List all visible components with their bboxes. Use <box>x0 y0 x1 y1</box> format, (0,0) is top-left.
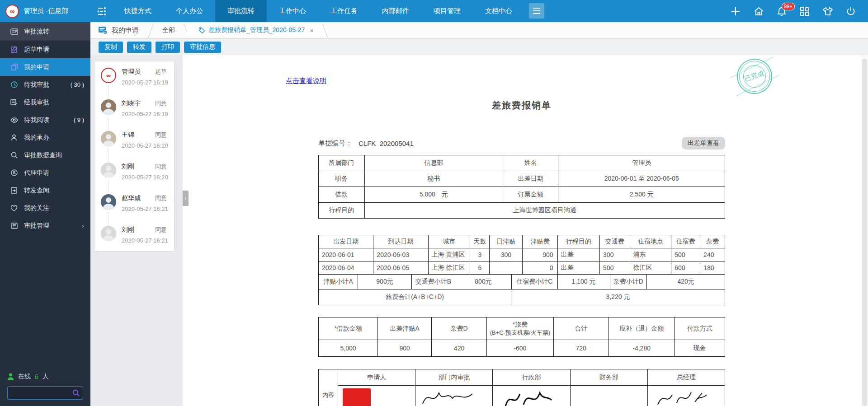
sign-cell-gm <box>647 386 725 406</box>
nav-work-tasks[interactable]: 工作任务 <box>318 0 370 22</box>
info-label: 订票金额 <box>503 187 558 203</box>
timeline-entry[interactable]: ∞ 管理员 起草 2020-05-27 16:19 <box>94 68 174 99</box>
pending-reading-count: ( 9 ) <box>74 117 84 123</box>
signature-scribble <box>419 387 478 406</box>
approved-doc-icon <box>10 99 18 106</box>
trip-cell: 浦东 <box>630 248 671 261</box>
apps-grid-icon[interactable] <box>799 6 810 17</box>
approver-name: 刘刚 <box>122 226 134 234</box>
trip-cell: 300 <box>600 248 630 261</box>
sidebar-item-approval-data-query[interactable]: 审批数据查询 <box>0 146 90 164</box>
approval-time: 2020-05-27 16:19 <box>122 79 170 86</box>
nav-internal-mail[interactable]: 内部邮件 <box>370 0 421 22</box>
sidebar-item-approval-management[interactable]: 审批管理 › <box>0 217 90 234</box>
trip-header: 天数 <box>470 235 490 248</box>
trip-cell: 2020-06-04 <box>319 261 373 275</box>
timeline-connector <box>108 117 108 132</box>
trip-cell: 500 <box>600 261 630 275</box>
timeline-connector <box>108 149 108 163</box>
subtotal-value: 420元 <box>647 275 725 289</box>
home-icon[interactable] <box>753 6 764 17</box>
power-logout-icon[interactable] <box>845 6 856 17</box>
trip-header: 行程目的 <box>557 235 599 248</box>
sidebar-item-approved-by-me[interactable]: 经我审批 <box>0 93 90 111</box>
timeline-entry[interactable]: 刘刚 同意 2020-05-27 16:21 <box>94 226 174 247</box>
avatar <box>101 99 116 115</box>
trip-cell <box>490 261 523 275</box>
view-trip-order-button[interactable]: 出差单查看 <box>682 137 725 149</box>
summary-header: 出差津贴A <box>378 317 432 340</box>
sign-cell-finance <box>570 386 647 406</box>
nav-work-center[interactable]: 工作中心 <box>267 0 318 22</box>
sidebar-item-proxy-application[interactable]: 代理申请 <box>0 164 90 182</box>
tab-all[interactable]: 全部 <box>151 22 187 38</box>
topbar-actions: 99+ <box>730 0 868 22</box>
nav-shortcuts[interactable]: 快捷方式 <box>112 0 164 22</box>
approval-action: 同意 <box>155 131 167 139</box>
info-label: 行程目的 <box>319 203 365 219</box>
info-value: 2,500 元 <box>558 187 725 203</box>
print-button[interactable]: 打印 <box>156 42 180 53</box>
panel-title-text: 我的申请 <box>112 26 139 35</box>
draft-pen-icon <box>10 46 18 53</box>
online-unit: 人 <box>42 373 49 381</box>
timeline-entry[interactable]: 赵华威 同意 2020-05-27 16:21 <box>94 194 174 226</box>
timeline-entry[interactable]: 刘晓宇 同意 2020-05-27 16:19 <box>94 99 174 131</box>
menu-collapse-icon[interactable] <box>90 0 112 22</box>
signature-table: 内容 申请人 部门内审批 行政部 财务部 总经理 <box>318 369 725 406</box>
tab-expense-doc[interactable]: 差旅费报销单_管理员_2020-05-27 × <box>187 22 326 38</box>
sidebar-item-forward-review[interactable]: 转发查阅 <box>0 182 90 199</box>
sidebar-search-input[interactable] <box>7 386 83 400</box>
scrollbar-thumb[interactable] <box>862 59 867 406</box>
sign-header: 部门内审批 <box>415 369 493 386</box>
approval-action: 同意 <box>155 163 167 171</box>
search-icon[interactable] <box>72 389 80 397</box>
copy-button[interactable]: 复制 <box>99 42 123 53</box>
theme-skin-icon[interactable] <box>822 6 833 17</box>
sidebar-item-label: 待我审批 <box>24 81 49 89</box>
sidebar-item-my-follows[interactable]: 我的关注 <box>0 199 90 217</box>
sidebar-item-my-undertaking[interactable]: 我的承办 <box>0 129 90 146</box>
notifications-icon[interactable]: 99+ <box>776 6 787 17</box>
more-menus-button[interactable] <box>529 3 544 19</box>
nav-approval-flow[interactable]: 审批流转 <box>215 0 267 22</box>
timeline-connector <box>108 181 108 195</box>
add-icon[interactable] <box>730 6 741 17</box>
summary-header: *借款金额 <box>319 317 378 340</box>
close-tab-icon[interactable]: × <box>310 27 314 34</box>
total-label: 旅费合计(A+B+C+D) <box>319 289 511 305</box>
timeline-entry[interactable]: 刘刚 同意 2020-05-27 16:20 <box>94 163 174 194</box>
approval-info-button[interactable]: 审批信息 <box>184 42 221 53</box>
sidebar-item-my-applications[interactable]: 我的申请 <box>0 58 90 76</box>
sign-header: 总经理 <box>647 369 725 386</box>
total-value: 3,220 元 <box>511 289 725 305</box>
summary-value: 现金 <box>675 340 725 357</box>
nav-project-mgmt[interactable]: 项目管理 <box>421 0 473 22</box>
timeline-entry[interactable]: 王锦 同意 2020-05-27 16:20 <box>94 131 174 163</box>
tab-label: 全部 <box>162 26 175 34</box>
sign-side-label: 内容 <box>319 369 338 406</box>
content-region: ∞ 管理员 起草 2020-05-27 16:19 <box>90 55 868 406</box>
sidebar-item-draft-application[interactable]: 起草申请 <box>0 41 90 58</box>
trip-header: 交通费 <box>600 235 630 248</box>
pending-approval-count: ( 30 ) <box>71 81 84 88</box>
current-user: 管理员 -信息部 <box>24 7 68 15</box>
trip-cell: 2020-06-01 <box>319 248 373 261</box>
sidebar-item-label: 审批流转 <box>24 28 49 36</box>
info-value: 管理员 <box>558 155 725 171</box>
approver-name: 王锦 <box>122 131 134 139</box>
nav-personal-office[interactable]: 个人办公 <box>164 0 215 22</box>
sidebar-item-pending-my-reading[interactable]: 待我阅读 ( 9 ) <box>0 111 90 129</box>
sidebar-item-pending-my-approval[interactable]: 待我审批 ( 30 ) <box>0 76 90 93</box>
sidebar-module-approval-flow[interactable]: 审批流转 <box>0 22 90 41</box>
info-label: 出差日期 <box>503 171 558 187</box>
avatar <box>101 163 116 178</box>
vertical-scrollbar[interactable] <box>861 55 868 406</box>
forward-button[interactable]: 转发 <box>127 42 151 53</box>
collapse-panel-handle[interactable]: ‹ <box>183 191 189 206</box>
info-value: 2020-06-01 至 2020-06-05 <box>558 171 725 187</box>
summary-table: *借款金额 出差津贴A 杂费D *旅费 (B+C-预支机票/火车票) 合计 应补… <box>318 317 725 357</box>
nav-doc-center[interactable]: 文档中心 <box>473 0 524 22</box>
tag-icon <box>198 27 205 34</box>
sidebar-item-label: 我的承办 <box>24 134 49 142</box>
